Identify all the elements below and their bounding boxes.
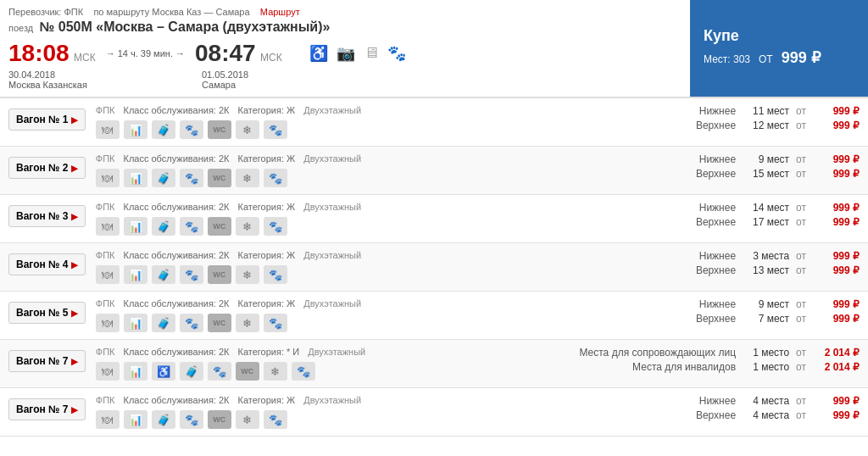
amenity-icon: 📊: [124, 410, 147, 429]
amenity-icon: 🐾: [264, 217, 287, 236]
amenity-icon: 🧳: [152, 410, 175, 429]
car-class: Класс обслуживания: 2К: [124, 250, 230, 260]
car-category: Категория: Ж: [238, 395, 296, 405]
car-button[interactable]: Вагон № 7 ▶: [8, 350, 86, 372]
seat-type: Верхнее: [689, 264, 736, 276]
car-button[interactable]: Вагон № 4 ▶: [8, 253, 86, 275]
seat-type: Нижнее: [689, 250, 736, 262]
car-seats: Нижнее 9 мест от 999 ₽ Верхнее 15 мест о…: [588, 153, 860, 182]
car-amenities: 🍽📊🧳🐾WC❄🐾: [96, 217, 588, 236]
train-number: № 050М «Москва – Самара (двухэтажный)»: [40, 19, 331, 34]
arrive-date-station: 01.05.2018 Самара: [202, 70, 303, 90]
car-button[interactable]: Вагон № 3 ▶: [8, 205, 86, 227]
amenity-icon: 🍽: [96, 217, 120, 236]
carrier-label: Перевозчик: ФПК: [8, 7, 83, 17]
page-container: Перевозчик: ФПК по маршруту Москва Каз —…: [0, 0, 868, 437]
amenity-icon: ❄: [236, 120, 259, 139]
seat-type: Верхнее: [689, 409, 736, 421]
car-fpk: ФПК: [96, 153, 115, 164]
seat-count: 12 мест: [743, 120, 789, 131]
car-type: Двухэтажный: [308, 347, 365, 357]
car-button[interactable]: Вагон № 1 ▶: [8, 108, 86, 131]
seat-from: от: [796, 313, 806, 325]
car-details: ФПК Класс обслуживания: 2К Категория: Ж …: [96, 395, 588, 429]
seat-price: 999 ₽: [813, 105, 860, 117]
service-icons: ♿ 📷 🖥 🐾: [309, 44, 406, 63]
seat-count: 7 мест: [743, 313, 789, 325]
seat-from: от: [796, 250, 806, 262]
car-row: Вагон № 7 ▶ ФПК Класс обслуживания: 2К К…: [0, 340, 868, 388]
seat-line: Нижнее 9 мест от 999 ₽: [588, 298, 860, 310]
amenity-icon: 🐾: [180, 265, 203, 284]
seat-from: от: [796, 395, 806, 407]
car-class: Класс обслуживания: 2К: [124, 347, 230, 357]
car-type: Двухэтажный: [303, 105, 361, 115]
train-title-row: поезд № 050М «Москва – Самара (двухэтажн…: [8, 19, 682, 35]
amenity-icon: ❄: [236, 217, 259, 236]
car-category: Категория: Ж: [238, 153, 296, 164]
car-tags: ФПК Класс обслуживания: 2К Категория: * …: [96, 347, 549, 357]
amenity-icon: ❄: [236, 314, 259, 332]
photo-icon: 📷: [337, 44, 355, 63]
arrive-date: 01.05.2018: [202, 70, 303, 80]
amenity-icon: 🧳: [152, 169, 175, 187]
seat-from: от: [796, 361, 806, 373]
car-seats: Нижнее 14 мест от 999 ₽ Верхнее 17 мест …: [588, 202, 860, 231]
car-row: Вагон № 2 ▶ ФПК Класс обслуживания: 2К К…: [0, 147, 868, 195]
arrive-tz: МСК: [260, 52, 282, 64]
seat-from: от: [796, 168, 806, 180]
amenity-icon: 🐾: [208, 362, 231, 381]
amenity-icon: WC: [208, 314, 231, 332]
seat-from: от: [796, 298, 806, 310]
car-button[interactable]: Вагон № 5 ▶: [8, 302, 86, 324]
depart-station: Москва Казанская: [8, 80, 110, 90]
seat-type: Нижнее: [689, 202, 736, 214]
amenity-icon: 🧳: [152, 120, 175, 139]
amenity-icon: 🐾: [180, 410, 203, 429]
car-row: Вагон № 5 ▶ ФПК Класс обслуживания: 2К К…: [0, 292, 868, 340]
carrier-line: Перевозчик: ФПК по маршруту Москва Каз —…: [8, 7, 682, 17]
amenity-icon: 🐾: [264, 314, 287, 332]
seat-from: от: [796, 153, 806, 165]
car-tags: ФПК Класс обслуживания: 2К Категория: Ж …: [96, 395, 588, 405]
depart-block: 18:08 МСК: [8, 40, 96, 67]
car-class: Класс обслуживания: 2К: [124, 395, 230, 405]
car-category: Категория: Ж: [238, 202, 296, 212]
seat-price: 2 014 ₽: [813, 361, 860, 373]
seat-price: 999 ₽: [813, 202, 860, 214]
car-amenities: 🍽📊🧳🐾WC❄🐾: [96, 314, 588, 332]
seat-from: от: [796, 216, 806, 228]
route-link[interactable]: Маршрут: [260, 7, 300, 17]
amenity-icon: 📊: [124, 217, 147, 236]
amenity-icon: 🐾: [180, 217, 203, 236]
car-button[interactable]: Вагон № 2 ▶: [8, 157, 86, 179]
kupe-seats: Мест: 303: [704, 53, 750, 65]
seat-count: 15 мест: [743, 168, 789, 180]
car-class: Класс обслуживания: 2К: [124, 202, 230, 212]
car-type: Двухэтажный: [303, 298, 361, 309]
amenity-icon: ❄: [236, 410, 259, 429]
car-tags: ФПК Класс обслуживания: 2К Категория: Ж …: [96, 202, 588, 212]
seat-count: 3 места: [743, 250, 789, 262]
dates-stations-row: 30.04.2018 Москва Казанская 01.05.2018 С…: [8, 70, 682, 90]
amenity-icon: 🧳: [152, 265, 175, 284]
car-button[interactable]: Вагон № 7 ▶: [8, 398, 86, 420]
car-class: Класс обслуживания: 2К: [124, 153, 230, 164]
car-seats: Нижнее 4 места от 999 ₽ Верхнее 4 места …: [588, 395, 860, 424]
seat-price: 999 ₽: [813, 395, 860, 407]
car-details: ФПК Класс обслуживания: 2К Категория: Ж …: [96, 250, 588, 284]
car-fpk: ФПК: [96, 395, 115, 405]
amenity-icon: WC: [236, 362, 259, 381]
car-row: Вагон № 1 ▶ ФПК Класс обслуживания: 2К К…: [0, 98, 868, 147]
amenity-icon: 🧳: [180, 362, 203, 381]
seat-line: Верхнее 15 мест от 999 ₽: [588, 168, 860, 180]
amenity-icon: 🍽: [96, 169, 120, 187]
amenity-icon: 🍽: [96, 362, 120, 381]
seat-type: Нижнее: [689, 153, 736, 165]
seat-type: Верхнее: [689, 216, 736, 228]
kupe-price: 999 ₽: [782, 49, 821, 66]
arrive-station: Самара: [202, 80, 303, 90]
seat-count: 1 место: [743, 347, 789, 359]
car-seats: Нижнее 9 мест от 999 ₽ Верхнее 7 мест от…: [588, 298, 860, 327]
seat-line: Нижнее 3 места от 999 ₽: [588, 250, 860, 262]
